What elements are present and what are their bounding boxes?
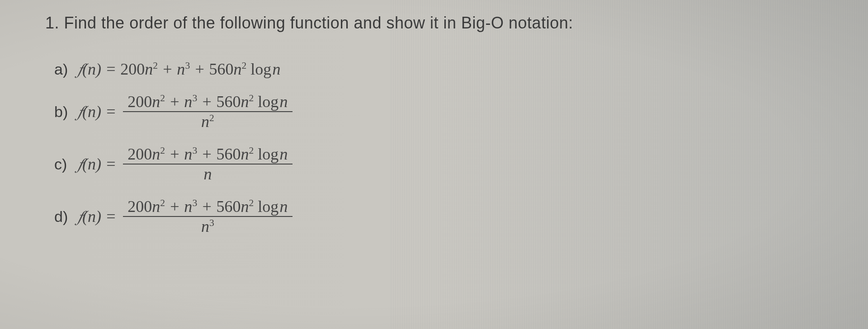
- part-b-label: b): [54, 103, 72, 121]
- question-prompt: 1. Find the order of the following funct…: [45, 14, 823, 33]
- part-c-numerator: 200n2 + n3 + 560n2 log n: [123, 145, 292, 164]
- part-b-fraction: 200n2 + n3 + 560n2 log n n2: [123, 92, 292, 131]
- part-d-denominator: n3: [197, 217, 219, 236]
- page-content: 1. Find the order of the following funct…: [0, 0, 868, 236]
- part-b-math: 𝑓(n) = 200n2 + n3 + 560n2 log n n2: [78, 92, 295, 131]
- part-a-rhs: 200n2 + n3 + 560n2 log n: [120, 60, 280, 79]
- part-a-label: a): [54, 61, 72, 78]
- part-c-math: 𝑓(n) = 200n2 + n3 + 560n2 log n n: [78, 145, 295, 183]
- part-a: a) 𝑓(n) = 200n2 + n3 + 560n2 log n: [54, 60, 823, 79]
- part-c-fraction: 200n2 + n3 + 560n2 log n n: [123, 145, 292, 183]
- part-b-numerator: 200n2 + n3 + 560n2 log n: [123, 92, 292, 112]
- parts-list: a) 𝑓(n) = 200n2 + n3 + 560n2 log n b) 𝑓(…: [45, 60, 823, 236]
- part-b-lhs: 𝑓(n) =: [78, 102, 120, 121]
- part-d-label: d): [54, 208, 72, 226]
- part-d: d) 𝑓(n) = 200n2 + n3 + 560n2 log n n3: [54, 197, 823, 236]
- part-d-math: 𝑓(n) = 200n2 + n3 + 560n2 log n n3: [78, 197, 295, 236]
- part-a-math: 𝑓(n) = 200n2 + n3 + 560n2 log n: [78, 60, 281, 79]
- part-b: b) 𝑓(n) = 200n2 + n3 + 560n2 log n n2: [54, 92, 823, 131]
- part-d-numerator: 200n2 + n3 + 560n2 log n: [123, 197, 292, 217]
- part-b-denominator: n2: [197, 112, 219, 131]
- part-d-fraction: 200n2 + n3 + 560n2 log n n3: [123, 197, 292, 236]
- part-c-label: c): [54, 155, 72, 173]
- part-c-denominator: n: [199, 164, 216, 183]
- question-number: 1.: [45, 14, 59, 32]
- question-text: Find the order of the following function…: [64, 14, 573, 32]
- part-d-lhs: 𝑓(n) =: [78, 207, 120, 226]
- part-a-lhs: 𝑓(n) =: [78, 60, 120, 79]
- part-c-lhs: 𝑓(n) =: [78, 155, 120, 174]
- part-c: c) 𝑓(n) = 200n2 + n3 + 560n2 log n n: [54, 145, 823, 183]
